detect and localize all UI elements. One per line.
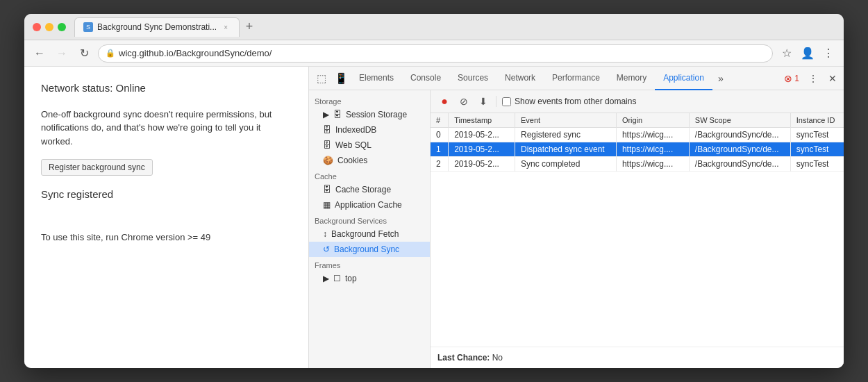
device-toolbar-icon[interactable]: 📱 [331,69,351,88]
table-row[interactable]: 2 2019-05-2... Sync completed https://wi… [431,157,844,172]
cell-instance: syncTest [790,157,844,172]
sidebar-item-label: Session Storage [346,110,407,119]
record-button[interactable]: ● [437,94,451,108]
close-button[interactable] [33,23,41,31]
tab-application[interactable]: Application [655,67,712,90]
menu-button[interactable]: ⋮ [820,45,837,62]
sidebar-section-background-services: Background Services [309,213,430,226]
minimize-button[interactable] [45,23,53,31]
sidebar-item-label: Application Cache [335,200,402,210]
traffic-lights [33,23,66,31]
cell-timestamp: 2019-05-2... [449,142,515,157]
tab-title: Background Sync Demonstrati... [97,22,217,32]
column-header-origin: Origin [616,113,689,128]
devtools-sidebar: Storage ▶ 🗄 Session Storage 🗄 IndexedDB … [309,90,431,368]
cache-storage-icon: 🗄 [323,185,331,194]
new-tab-button[interactable]: + [240,17,259,37]
sidebar-item-label: Background Sync [334,244,399,254]
tab-elements[interactable]: Elements [351,67,402,90]
sidebar-item-label: Cookies [337,156,367,165]
sidebar-item-label: IndexedDB [335,125,376,135]
inspect-element-icon[interactable]: ⬚ [312,69,331,88]
table-row[interactable]: 1 2019-05-2... Dispatched sync event htt… [431,142,844,157]
maximize-button[interactable] [58,23,66,31]
sidebar-item-label: Background Fetch [331,229,399,239]
tab-close-button[interactable]: × [221,22,231,32]
close-devtools-button[interactable]: ✕ [824,70,841,87]
sidebar-item-background-fetch[interactable]: ↕ Background Fetch [309,226,430,242]
sidebar-item-websql[interactable]: 🗄 Web SQL [309,138,430,153]
nav-actions: ☆ 👤 ⋮ [778,45,837,62]
bookmark-button[interactable]: ☆ [778,45,795,62]
sidebar-item-application-cache[interactable]: ▦ Application Cache [309,197,430,213]
session-storage-icon: 🗄 [333,110,342,119]
active-tab[interactable]: S Background Sync Demonstrati... × [74,17,240,37]
cell-scope: /BackgroundSync/de... [689,142,790,157]
sidebar-item-top-frame[interactable]: ▶ ☐ top [309,271,430,286]
cell-num: 1 [431,142,449,157]
error-badge: ⊗ 1 [784,73,799,84]
devtools-body: Storage ▶ 🗄 Session Storage 🗄 IndexedDB … [309,90,844,368]
sync-registered-text: Sync registered [41,187,292,203]
sidebar-item-cookies[interactable]: 🍪 Cookies [309,153,430,168]
devtools-main-panel: ● ⊘ ⬇ Show events from other domains [431,90,844,368]
settings-icon[interactable]: ⋮ [805,70,821,87]
column-header-instance: Instance ID [790,113,844,128]
last-chance-panel: Last Chance: No [431,347,844,368]
app-cache-icon: ▦ [323,200,331,210]
indexeddb-icon: 🗄 [323,125,331,135]
download-button[interactable]: ⬇ [476,94,490,108]
toolbar-separator [496,96,496,107]
tab-network[interactable]: Network [496,67,544,90]
sidebar-item-label: Cache Storage [335,185,391,194]
sidebar-item-indexeddb[interactable]: 🗄 IndexedDB [309,122,430,138]
websql-icon: 🗄 [323,140,331,150]
tab-favicon: S [83,22,93,32]
column-header-scope: SW Scope [689,113,790,128]
cell-num: 0 [431,128,449,142]
tab-sources[interactable]: Sources [449,67,496,90]
profile-button[interactable]: 👤 [799,45,816,62]
tab-console[interactable]: Console [402,67,449,90]
tab-memory[interactable]: Memory [608,67,655,90]
sync-events-table: # Timestamp Event Origin SW Scope Instan… [431,113,844,172]
panel-toolbar: ● ⊘ ⬇ Show events from other domains [431,90,844,113]
back-button[interactable]: ← [31,45,48,62]
show-events-checkbox-group[interactable]: Show events from other domains [502,97,636,106]
description-text: One-off background sync doesn't require … [41,108,292,149]
address-bar[interactable]: 🔒 wicg.github.io/BackgroundSync/demo/ [98,44,773,63]
forward-button[interactable]: → [53,45,70,62]
sidebar-item-cache-storage[interactable]: 🗄 Cache Storage [309,182,430,197]
sidebar-section-cache: Cache [309,168,430,182]
sidebar-item-label: top [345,274,357,283]
reload-button[interactable]: ↻ [76,45,92,62]
show-events-checkbox[interactable] [502,97,511,106]
devtools-panel: ⬚ 📱 Elements Console Sources Network Per… [309,67,844,368]
cell-event: Sync completed [515,157,616,172]
frame-expand-icon: ▶ [323,274,329,283]
table-row[interactable]: 0 2019-05-2... Registered sync https://w… [431,128,844,142]
register-background-sync-button[interactable]: Register background sync [41,159,153,176]
background-sync-icon: ↺ [323,244,330,254]
browser-window: S Background Sync Demonstrati... × + ← →… [24,14,844,368]
show-events-label: Show events from other domains [515,97,636,106]
session-storage-expand-icon: ▶ [323,110,329,119]
error-icon: ⊗ [784,73,792,84]
devtools-tabs-bar: ⬚ 📱 Elements Console Sources Network Per… [309,67,844,90]
cell-event: Registered sync [515,128,616,142]
table-header-row: # Timestamp Event Origin SW Scope Instan… [431,113,844,128]
lock-icon: 🔒 [106,49,115,58]
cell-instance: syncTest [790,128,844,142]
frame-icon: ☐ [333,274,341,283]
sidebar-item-background-sync[interactable]: ↺ Background Sync [309,242,430,257]
nav-bar: ← → ↻ 🔒 wicg.github.io/BackgroundSync/de… [24,40,844,67]
last-chance-value: No [492,353,503,363]
network-status: Network status: Online [41,81,292,97]
clear-button[interactable]: ⊘ [457,94,471,108]
tab-performance[interactable]: Performance [544,67,608,90]
chrome-version-note: To use this site, run Chrome version >= … [41,231,292,244]
more-tabs-button[interactable]: » [712,70,729,87]
sidebar-item-session-storage[interactable]: ▶ 🗄 Session Storage [309,107,430,122]
cell-origin: https://wicg.... [616,128,689,142]
column-header-num: # [431,113,449,128]
